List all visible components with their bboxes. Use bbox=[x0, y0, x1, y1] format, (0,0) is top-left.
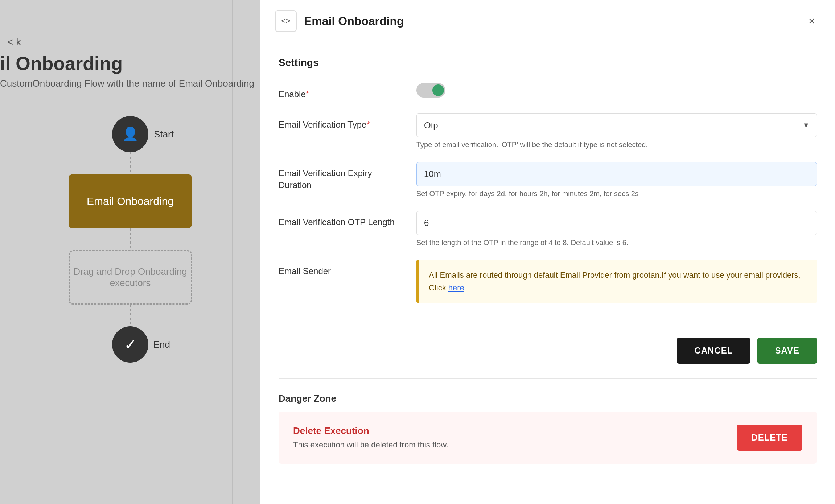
code-icon-button[interactable]: <> bbox=[275, 10, 297, 32]
delete-execution-heading: Delete Execution bbox=[293, 425, 448, 437]
enable-control bbox=[416, 83, 817, 98]
verification-type-helper: Type of email verification. 'OTP' will b… bbox=[416, 141, 817, 149]
enable-toggle-wrapper bbox=[416, 83, 817, 98]
enable-toggle[interactable] bbox=[416, 83, 445, 98]
verification-type-select-wrapper: Otp ▼ bbox=[416, 113, 817, 137]
expiry-duration-control: Set OTP expiry, for days 2d, for hours 2… bbox=[416, 162, 817, 198]
enable-required-star: * bbox=[306, 89, 309, 99]
expiry-duration-label: Email Verification Expiry Duration bbox=[279, 162, 402, 191]
otp-length-label: Email Verification OTP Length bbox=[279, 211, 402, 228]
checkmark-icon: ✓ bbox=[124, 336, 137, 354]
danger-zone-section: Danger Zone Delete Execution This execut… bbox=[260, 393, 835, 482]
page-title: il Onboarding bbox=[0, 53, 123, 74]
settings-title: Settings bbox=[279, 57, 817, 69]
cancel-button[interactable]: CANCEL bbox=[677, 338, 750, 364]
danger-zone-title: Danger Zone bbox=[279, 393, 817, 404]
email-sender-here-link[interactable]: here bbox=[448, 283, 464, 292]
email-sender-row: Email Sender All Emails are routed throu… bbox=[279, 260, 817, 303]
delete-execution-text: This execution will be deleted from this… bbox=[293, 440, 448, 450]
email-sender-control: All Emails are routed through default Em… bbox=[416, 260, 817, 303]
page-subtitle: CustomOnboarding Flow with the name of E… bbox=[0, 78, 254, 89]
email-sender-info-box: All Emails are routed through default Em… bbox=[416, 260, 817, 303]
otp-length-input[interactable] bbox=[416, 211, 817, 235]
otp-length-helper: Set the length of the OTP in the range o… bbox=[416, 239, 817, 247]
danger-zone-box: Delete Execution This execution will be … bbox=[279, 412, 817, 464]
flow-connector-2 bbox=[130, 228, 131, 250]
email-sender-label: Email Sender bbox=[279, 260, 402, 277]
verification-type-control: Otp ▼ Type of email verification. 'OTP' … bbox=[416, 113, 817, 149]
start-label: Start bbox=[154, 129, 174, 140]
enable-row: Enable* bbox=[279, 83, 817, 100]
delete-button[interactable]: DELETE bbox=[737, 425, 802, 451]
otp-length-control: Set the length of the OTP in the range o… bbox=[416, 211, 817, 247]
panel-title: Email Onboarding bbox=[304, 15, 796, 28]
danger-zone-content: Delete Execution This execution will be … bbox=[293, 425, 448, 450]
email-sender-info-text: All Emails are routed through default Em… bbox=[429, 270, 801, 292]
save-button[interactable]: SAVE bbox=[757, 338, 817, 364]
panel-header: <> Email Onboarding × bbox=[260, 0, 835, 42]
right-panel: <> Email Onboarding × Settings Enable* bbox=[260, 0, 835, 504]
flow-end-node: ✓ bbox=[112, 326, 148, 363]
email-onboarding-node[interactable]: Email Onboarding bbox=[69, 174, 192, 228]
flow-connector-1 bbox=[130, 152, 131, 174]
verification-type-row: Email Verification Type* Otp ▼ Type of e… bbox=[279, 113, 817, 149]
expiry-duration-row: Email Verification Expiry Duration Set O… bbox=[279, 162, 817, 198]
close-icon: × bbox=[809, 15, 815, 27]
flow-connector-3 bbox=[130, 305, 131, 326]
back-link[interactable]: < k bbox=[7, 36, 21, 48]
expiry-duration-input[interactable] bbox=[416, 162, 817, 186]
otp-length-row: Email Verification OTP Length Set the le… bbox=[279, 211, 817, 247]
flow-diagram: 👤 Start Email Onboarding Drag and Drop O… bbox=[69, 116, 192, 363]
expiry-duration-helper: Set OTP expiry, for days 2d, for hours 2… bbox=[416, 190, 817, 198]
enable-label: Enable* bbox=[279, 83, 402, 100]
end-label: End bbox=[153, 339, 170, 350]
toggle-slider bbox=[416, 83, 445, 98]
close-button[interactable]: × bbox=[803, 12, 820, 30]
email-onboarding-label: Email Onboarding bbox=[87, 195, 174, 207]
person-icon: 👤 bbox=[122, 126, 139, 141]
drag-drop-node[interactable]: Drag and Drop Onboarding executors bbox=[69, 250, 192, 305]
verification-type-required-star: * bbox=[366, 120, 370, 129]
background-canvas: < k il Onboarding CustomOnboarding Flow … bbox=[0, 0, 260, 504]
settings-section: Settings Enable* Email Verification Type… bbox=[260, 42, 835, 330]
verification-type-label: Email Verification Type* bbox=[279, 113, 402, 131]
section-divider bbox=[279, 378, 817, 379]
flow-start-node: 👤 bbox=[112, 116, 148, 152]
drag-drop-label: Drag and Drop Onboarding executors bbox=[73, 266, 187, 289]
verification-type-select[interactable]: Otp bbox=[416, 113, 817, 137]
code-icon: <> bbox=[281, 16, 291, 26]
action-row: CANCEL SAVE bbox=[260, 330, 835, 378]
